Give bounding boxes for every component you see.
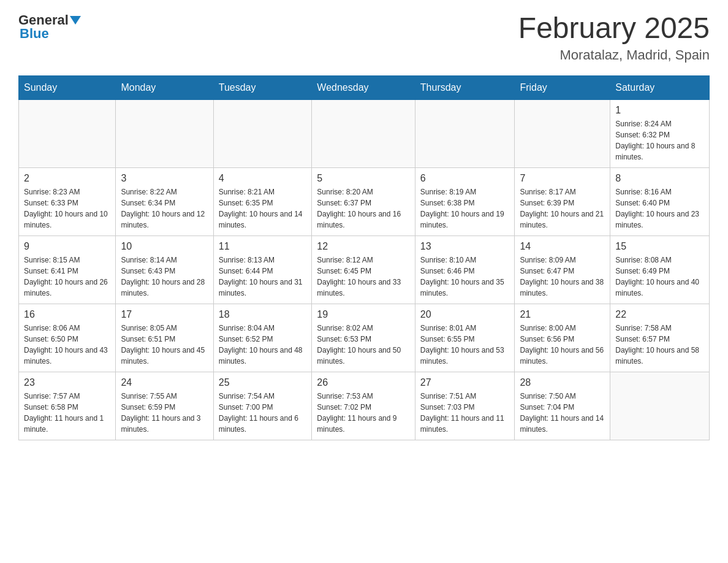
day-number: 9: [24, 241, 110, 252]
calendar-day-cell: 9Sunrise: 8:15 AM Sunset: 6:41 PM Daylig…: [19, 236, 116, 304]
calendar-day-cell: 28Sunrise: 7:50 AM Sunset: 7:04 PM Dayli…: [515, 372, 610, 440]
day-number: 16: [24, 309, 110, 320]
day-info: Sunrise: 8:00 AM Sunset: 6:56 PM Dayligh…: [520, 323, 605, 367]
day-number: 27: [420, 377, 510, 388]
calendar-header-saturday: Saturday: [610, 75, 710, 99]
calendar-day-cell: 19Sunrise: 8:02 AM Sunset: 6:53 PM Dayli…: [312, 304, 415, 372]
calendar-day-cell: 13Sunrise: 8:10 AM Sunset: 6:46 PM Dayli…: [415, 236, 515, 304]
day-info: Sunrise: 8:14 AM Sunset: 6:43 PM Dayligh…: [121, 255, 208, 299]
calendar-header-thursday: Thursday: [415, 75, 515, 99]
logo-blue-text: Blue: [20, 26, 49, 42]
day-number: 24: [121, 377, 208, 388]
calendar-week-row: 9Sunrise: 8:15 AM Sunset: 6:41 PM Daylig…: [19, 236, 710, 304]
day-number: 21: [520, 309, 605, 320]
day-number: 4: [219, 173, 307, 184]
calendar-day-cell: 26Sunrise: 7:53 AM Sunset: 7:02 PM Dayli…: [312, 372, 415, 440]
day-info: Sunrise: 7:53 AM Sunset: 7:02 PM Dayligh…: [317, 391, 409, 435]
day-info: Sunrise: 7:50 AM Sunset: 7:04 PM Dayligh…: [520, 391, 605, 435]
calendar-day-cell: 6Sunrise: 8:19 AM Sunset: 6:38 PM Daylig…: [415, 167, 515, 236]
calendar-day-cell: 15Sunrise: 8:08 AM Sunset: 6:49 PM Dayli…: [610, 236, 710, 304]
day-info: Sunrise: 8:06 AM Sunset: 6:50 PM Dayligh…: [24, 323, 110, 367]
day-number: 10: [121, 241, 208, 252]
day-info: Sunrise: 8:02 AM Sunset: 6:53 PM Dayligh…: [317, 323, 409, 367]
day-info: Sunrise: 8:01 AM Sunset: 6:55 PM Dayligh…: [420, 323, 510, 367]
calendar-day-cell: 18Sunrise: 8:04 AM Sunset: 6:52 PM Dayli…: [213, 304, 312, 372]
day-info: Sunrise: 8:13 AM Sunset: 6:44 PM Dayligh…: [219, 255, 307, 299]
day-info: Sunrise: 8:24 AM Sunset: 6:32 PM Dayligh…: [615, 118, 704, 163]
day-info: Sunrise: 8:15 AM Sunset: 6:41 PM Dayligh…: [24, 255, 110, 299]
calendar-day-cell: 8Sunrise: 8:16 AM Sunset: 6:40 PM Daylig…: [610, 167, 710, 236]
calendar-day-cell: [515, 99, 610, 167]
calendar-header-monday: Monday: [116, 75, 213, 99]
day-number: 7: [520, 173, 605, 184]
day-info: Sunrise: 8:17 AM Sunset: 6:39 PM Dayligh…: [520, 186, 605, 231]
calendar-day-cell: 23Sunrise: 7:57 AM Sunset: 6:58 PM Dayli…: [19, 372, 116, 440]
day-number: 13: [420, 241, 510, 252]
day-number: 19: [317, 309, 409, 320]
day-info: Sunrise: 8:05 AM Sunset: 6:51 PM Dayligh…: [121, 323, 208, 367]
calendar-day-cell: [116, 99, 213, 167]
day-number: 12: [317, 241, 409, 252]
day-number: 22: [615, 309, 704, 320]
day-number: 28: [520, 377, 605, 388]
day-info: Sunrise: 7:55 AM Sunset: 6:59 PM Dayligh…: [121, 391, 208, 435]
day-info: Sunrise: 8:04 AM Sunset: 6:52 PM Dayligh…: [219, 323, 307, 367]
calendar-week-row: 16Sunrise: 8:06 AM Sunset: 6:50 PM Dayli…: [19, 304, 710, 372]
title-block: February 2025 Moratalaz, Madrid, Spain: [518, 12, 710, 63]
calendar-week-row: 1Sunrise: 8:24 AM Sunset: 6:32 PM Daylig…: [19, 99, 710, 167]
day-number: 1: [615, 105, 704, 116]
day-number: 18: [219, 309, 307, 320]
calendar-day-cell: 22Sunrise: 7:58 AM Sunset: 6:57 PM Dayli…: [610, 304, 710, 372]
month-title: February 2025: [518, 12, 710, 45]
day-number: 6: [420, 173, 510, 184]
day-number: 17: [121, 309, 208, 320]
day-info: Sunrise: 8:16 AM Sunset: 6:40 PM Dayligh…: [615, 186, 704, 231]
calendar-day-cell: 24Sunrise: 7:55 AM Sunset: 6:59 PM Dayli…: [116, 372, 213, 440]
calendar-day-cell: 4Sunrise: 8:21 AM Sunset: 6:35 PM Daylig…: [213, 167, 312, 236]
day-number: 15: [615, 241, 704, 252]
day-info: Sunrise: 8:20 AM Sunset: 6:37 PM Dayligh…: [317, 186, 409, 231]
calendar-day-cell: 17Sunrise: 8:05 AM Sunset: 6:51 PM Dayli…: [116, 304, 213, 372]
calendar-day-cell: 3Sunrise: 8:22 AM Sunset: 6:34 PM Daylig…: [116, 167, 213, 236]
calendar-header-friday: Friday: [515, 75, 610, 99]
calendar-day-cell: [19, 99, 116, 167]
day-number: 14: [520, 241, 605, 252]
calendar-day-cell: [610, 372, 710, 440]
day-info: Sunrise: 7:54 AM Sunset: 7:00 PM Dayligh…: [219, 391, 307, 435]
logo: General Blue: [18, 12, 81, 42]
day-number: 25: [219, 377, 307, 388]
calendar-day-cell: 1Sunrise: 8:24 AM Sunset: 6:32 PM Daylig…: [610, 99, 710, 167]
day-info: Sunrise: 8:22 AM Sunset: 6:34 PM Dayligh…: [121, 186, 208, 231]
day-info: Sunrise: 8:10 AM Sunset: 6:46 PM Dayligh…: [420, 255, 510, 299]
day-number: 2: [24, 173, 110, 184]
calendar-day-cell: 12Sunrise: 8:12 AM Sunset: 6:45 PM Dayli…: [312, 236, 415, 304]
day-number: 5: [317, 173, 409, 184]
day-number: 8: [615, 173, 704, 184]
day-info: Sunrise: 7:57 AM Sunset: 6:58 PM Dayligh…: [24, 391, 110, 435]
calendar-day-cell: 11Sunrise: 8:13 AM Sunset: 6:44 PM Dayli…: [213, 236, 312, 304]
day-info: Sunrise: 8:23 AM Sunset: 6:33 PM Dayligh…: [24, 186, 110, 231]
calendar-day-cell: 16Sunrise: 8:06 AM Sunset: 6:50 PM Dayli…: [19, 304, 116, 372]
day-info: Sunrise: 8:12 AM Sunset: 6:45 PM Dayligh…: [317, 255, 409, 299]
calendar-day-cell: [312, 99, 415, 167]
calendar-day-cell: 21Sunrise: 8:00 AM Sunset: 6:56 PM Dayli…: [515, 304, 610, 372]
calendar-week-row: 23Sunrise: 7:57 AM Sunset: 6:58 PM Dayli…: [19, 372, 710, 440]
day-info: Sunrise: 8:09 AM Sunset: 6:47 PM Dayligh…: [520, 255, 605, 299]
page-header: General Blue February 2025 Moratalaz, Ma…: [18, 12, 710, 63]
calendar-day-cell: 2Sunrise: 8:23 AM Sunset: 6:33 PM Daylig…: [19, 167, 116, 236]
day-number: 3: [121, 173, 208, 184]
calendar-day-cell: [213, 99, 312, 167]
day-number: 26: [317, 377, 409, 388]
day-number: 11: [219, 241, 307, 252]
day-info: Sunrise: 8:08 AM Sunset: 6:49 PM Dayligh…: [615, 255, 704, 299]
calendar-day-cell: 27Sunrise: 7:51 AM Sunset: 7:03 PM Dayli…: [415, 372, 515, 440]
day-info: Sunrise: 7:51 AM Sunset: 7:03 PM Dayligh…: [420, 391, 510, 435]
day-info: Sunrise: 7:58 AM Sunset: 6:57 PM Dayligh…: [615, 323, 704, 367]
calendar-week-row: 2Sunrise: 8:23 AM Sunset: 6:33 PM Daylig…: [19, 167, 710, 236]
day-number: 20: [420, 309, 510, 320]
calendar-day-cell: 7Sunrise: 8:17 AM Sunset: 6:39 PM Daylig…: [515, 167, 610, 236]
calendar-day-cell: 5Sunrise: 8:20 AM Sunset: 6:37 PM Daylig…: [312, 167, 415, 236]
calendar-day-cell: [415, 99, 515, 167]
calendar-header-wednesday: Wednesday: [312, 75, 415, 99]
calendar-header-tuesday: Tuesday: [213, 75, 312, 99]
